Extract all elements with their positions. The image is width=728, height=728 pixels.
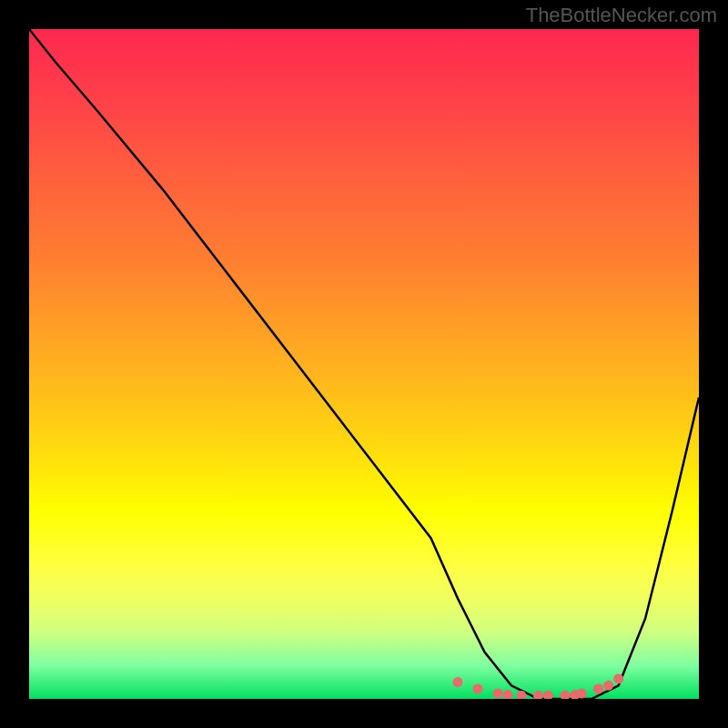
marker-dot — [493, 689, 503, 699]
marker-dot — [560, 691, 570, 699]
marker-dot — [473, 684, 483, 694]
main-curve — [29, 29, 699, 699]
chart-svg — [29, 29, 699, 699]
plot-area — [29, 29, 699, 699]
marker-dot — [577, 689, 587, 699]
marker-dot — [503, 690, 513, 699]
marker-dot — [603, 681, 613, 691]
marker-dot — [453, 677, 463, 687]
marker-dot — [613, 673, 623, 683]
marker-dot — [533, 691, 543, 699]
marker-dot — [543, 691, 553, 699]
watermark-text: TheBottleNecker.com — [526, 4, 717, 27]
marker-dot — [593, 684, 603, 694]
